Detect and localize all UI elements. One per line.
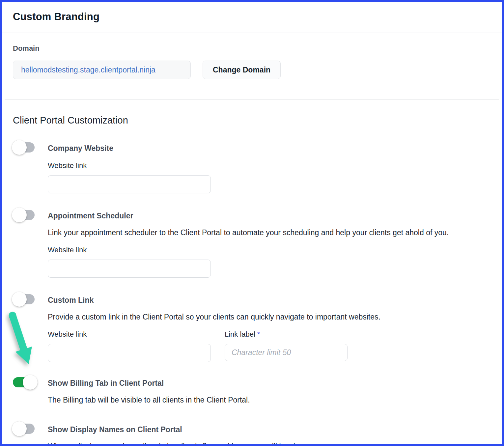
toggle-row-appointment-scheduler: Appointment Scheduler Link your appointm…: [13, 210, 491, 278]
toggle-row-custom-link: Custom Link Provide a custom link in the…: [13, 294, 491, 362]
custom-branding-page: Custom Branding Domain Change Domain Cli…: [0, 0, 504, 446]
website-link-label: Website link: [48, 246, 491, 254]
appointment-scheduler-link-input[interactable]: [48, 260, 211, 278]
required-asterisk: *: [257, 330, 260, 338]
show-display-names-toggle[interactable]: [13, 424, 36, 434]
change-domain-button[interactable]: Change Domain: [203, 61, 281, 79]
toggle-knob: [12, 292, 27, 307]
section-heading: Client Portal Customization: [13, 115, 491, 126]
show-billing-tab-toggle[interactable]: [13, 377, 36, 388]
toggle-row-company-website: Company Website Website link: [13, 142, 491, 193]
page-content: Domain Change Domain Client Portal Custo…: [2, 44, 502, 446]
custom-link-description: Provide a custom link in the Client Port…: [48, 313, 491, 321]
toggle-row-show-display-names: Show Display Names on Client Portal When…: [13, 424, 491, 446]
domain-input[interactable]: [13, 61, 191, 79]
link-label-label: Link label*: [225, 330, 348, 339]
company-website-label: Company Website: [48, 142, 491, 153]
toggle-knob: [12, 421, 27, 436]
website-link-label: Website link: [48, 161, 491, 170]
toggle-knob: [12, 140, 27, 155]
toggle-knob: [12, 208, 27, 222]
show-billing-tab-description: The Billing tab will be visible to all c…: [48, 396, 491, 404]
toggle-row-show-billing-tab: Show Billing Tab in Client Portal The Bi…: [13, 377, 491, 404]
show-billing-tab-label: Show Billing Tab in Client Portal: [48, 377, 491, 388]
appointment-scheduler-label: Appointment Scheduler: [48, 210, 491, 220]
custom-link-website-input[interactable]: [48, 344, 211, 362]
show-display-names-label: Show Display Names on Client Portal: [48, 424, 491, 434]
website-link-label: Website link: [48, 330, 211, 339]
company-website-link-input[interactable]: [48, 175, 211, 193]
show-display-names-description: When a display name is not listed, the c…: [48, 442, 491, 446]
appointment-scheduler-toggle[interactable]: [13, 210, 36, 220]
custom-link-label: Custom Link: [48, 294, 491, 305]
appointment-scheduler-description: Link your appointment scheduler to the C…: [48, 228, 491, 237]
link-label-input[interactable]: [225, 344, 348, 361]
domain-label: Domain: [13, 44, 491, 53]
section-divider: [5, 99, 499, 100]
page-header: Custom Branding: [2, 2, 502, 33]
toggle-knob: [23, 375, 38, 390]
page-title: Custom Branding: [13, 11, 490, 23]
domain-row: Change Domain: [13, 61, 491, 79]
company-website-toggle[interactable]: [13, 142, 36, 153]
custom-link-toggle[interactable]: [13, 294, 36, 305]
